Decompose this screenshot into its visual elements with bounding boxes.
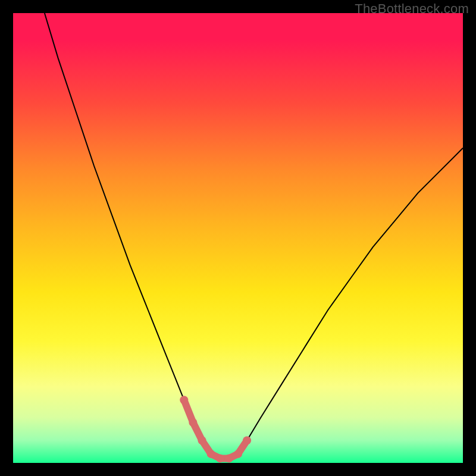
watermark-text: TheBottleneck.com [355, 1, 469, 17]
highlight-dot [207, 450, 215, 458]
highlight-dot [189, 418, 197, 427]
highlight-dot [234, 450, 242, 458]
bottleneck-curve [45, 13, 463, 458]
highlight-dot [216, 454, 224, 462]
chart-plot-area [13, 13, 463, 463]
bottleneck-curve-highlight [184, 400, 247, 458]
highlight-dot [180, 396, 188, 404]
highlight-dot [243, 436, 251, 444]
highlight-dot [198, 436, 206, 444]
chart-svg [13, 13, 463, 463]
highlight-dot [225, 454, 233, 462]
